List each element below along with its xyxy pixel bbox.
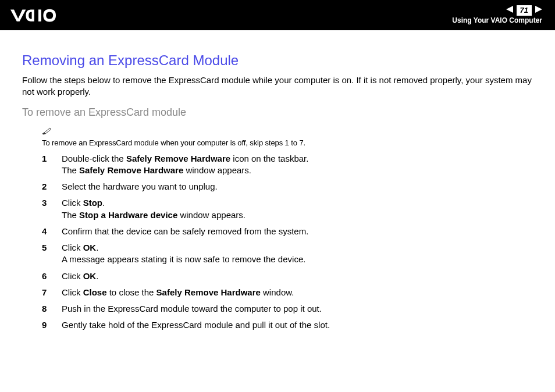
- step-number: 3: [42, 197, 62, 221]
- page-header: 71 Using Your VAIO Computer: [0, 0, 555, 30]
- page-title: Removing an ExpressCard Module: [22, 52, 533, 69]
- step-text: Click Close to close the Safely Remove H…: [62, 287, 533, 298]
- prev-page-arrow-icon[interactable]: [506, 5, 514, 16]
- step-text: Select the hardware you want to unplug.: [62, 181, 533, 193]
- header-meta: 71 Using Your VAIO Computer: [452, 5, 542, 26]
- svg-marker-1: [506, 6, 513, 13]
- steps-list: 1 Double-click the Safely Remove Hardwar…: [42, 153, 533, 332]
- step-text: Push in the ExpressCard module toward th…: [62, 303, 533, 315]
- step-number: 1: [42, 153, 62, 177]
- step-2: 2 Select the hardware you want to unplug…: [42, 181, 533, 193]
- step-text: Confirm that the device can be safely re…: [62, 226, 533, 237]
- page-number: 71: [517, 5, 532, 16]
- page-content: Removing an ExpressCard Module Follow th…: [0, 30, 555, 332]
- step-number: 7: [42, 287, 62, 298]
- step-9: 9 Gently take hold of the ExpressCard mo…: [42, 319, 533, 331]
- step-text: Click OK.: [62, 270, 533, 282]
- step-3: 3 Click Stop. The Stop a Hardware device…: [42, 197, 533, 221]
- step-text: Click OK. A message appears stating it i…: [62, 242, 533, 266]
- note-text: To remove an ExpressCard module when you…: [42, 138, 533, 147]
- step-text: Double-click the Safely Remove Hardware …: [62, 153, 533, 177]
- step-1: 1 Double-click the Safely Remove Hardwar…: [42, 153, 533, 177]
- step-number: 5: [42, 242, 62, 266]
- step-number: 8: [42, 303, 62, 315]
- svg-marker-2: [535, 6, 542, 13]
- step-7: 7 Click Close to close the Safely Remove…: [42, 287, 533, 298]
- chapter-title: Using Your VAIO Computer: [452, 16, 542, 26]
- step-8: 8 Push in the ExpressCard module toward …: [42, 303, 533, 315]
- step-text: Gently take hold of the ExpressCard modu…: [62, 319, 533, 331]
- step-4: 4 Confirm that the device can be safely …: [42, 226, 533, 237]
- step-text: Click Stop. The Stop a Hardware device w…: [62, 197, 533, 221]
- note-pencil-icon: [42, 127, 54, 137]
- intro-paragraph: Follow the steps below to remove the Exp…: [22, 74, 533, 98]
- step-number: 4: [42, 226, 62, 237]
- svg-rect-0: [38, 9, 41, 21]
- section-subhead: To remove an ExpressCard module: [22, 106, 533, 119]
- note-block: To remove an ExpressCard module when you…: [42, 127, 533, 147]
- step-number: 2: [42, 181, 62, 193]
- next-page-arrow-icon[interactable]: [534, 5, 542, 16]
- vaio-logo: [10, 8, 80, 23]
- step-number: 9: [42, 319, 62, 331]
- step-number: 6: [42, 270, 62, 282]
- step-6: 6 Click OK.: [42, 270, 533, 282]
- page-nav: 71: [452, 5, 542, 16]
- step-5: 5 Click OK. A message appears stating it…: [42, 242, 533, 266]
